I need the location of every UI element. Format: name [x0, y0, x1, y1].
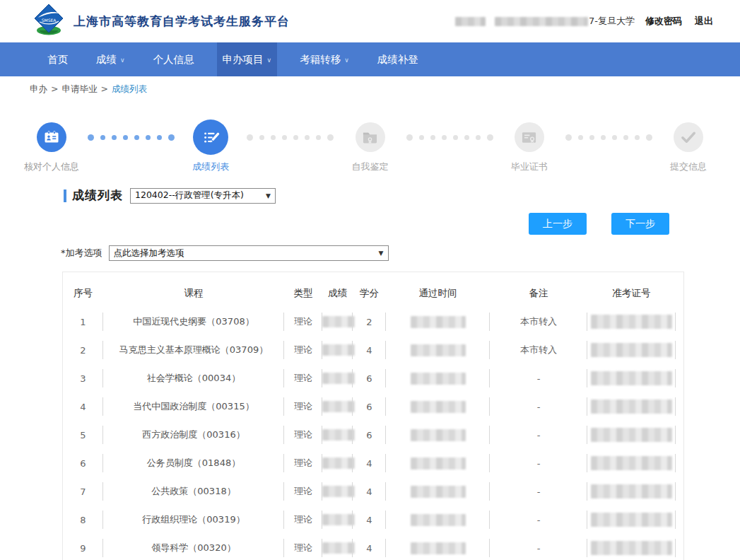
cell-credit: 6 — [353, 430, 386, 441]
redacted-score — [322, 316, 355, 327]
redacted-user-id — [495, 17, 588, 26]
logout-link[interactable]: 退出 — [695, 15, 713, 28]
prev-step-button[interactable]: 上一步 — [529, 213, 587, 235]
wizard-step-label: 提交信息 — [660, 161, 717, 173]
nav-item-label: 成绩补登 — [377, 53, 418, 66]
nav-item-label: 首页 — [47, 53, 68, 66]
extra-exam-option-select[interactable]: 点此选择加考选项 ▼ — [109, 245, 389, 261]
cell-score — [322, 316, 353, 327]
notepad-pencil-icon — [193, 119, 228, 155]
wizard-step-score-list: 成绩列表 — [180, 119, 241, 173]
progress-dot — [316, 135, 321, 140]
cell-no: 7 — [63, 486, 103, 497]
redacted-pass_time — [411, 344, 466, 356]
redacted-score — [322, 429, 355, 441]
cell-no: 4 — [63, 402, 103, 412]
chevron-down-icon: ∨ — [267, 57, 272, 64]
nav-item-personal-info[interactable]: 个人信息 — [148, 42, 200, 76]
cell-score — [322, 344, 353, 356]
breadcrumb-item[interactable]: 申办 — [30, 83, 47, 94]
cell-pass_time — [386, 486, 490, 498]
score-table-header: 序号课程类型成绩学分通过时间备注准考证号 — [63, 279, 683, 308]
breadcrumb-item[interactable]: 申请毕业 — [61, 83, 97, 94]
extra-exam-option-value: 点此选择加考选项 — [114, 247, 184, 259]
next-step-button[interactable]: 下一步 — [611, 213, 669, 235]
change-password-link[interactable]: 修改密码 — [645, 15, 682, 28]
wizard-step-label: 核对个人信息 — [23, 161, 80, 173]
chevron-down-icon: ∨ — [344, 57, 349, 64]
table-row: 9领导科学（00320）理论4- — [63, 534, 683, 560]
cell-score — [322, 514, 353, 525]
nav-item-application-items[interactable]: 申办项目∨ — [217, 42, 278, 76]
column-header-ticket_no: 准考证号 — [587, 287, 676, 300]
breadcrumb-separator: > — [51, 83, 58, 94]
wizard-step-circle — [515, 119, 544, 155]
progress-dot — [487, 134, 493, 141]
dropdown-arrow-icon: ▼ — [379, 250, 384, 257]
redacted-ticket_no — [591, 371, 672, 385]
cell-pass_time — [386, 373, 490, 385]
redacted-pass_time — [411, 542, 466, 554]
progress-dot — [157, 135, 162, 140]
column-header-credit: 学分 — [353, 287, 386, 300]
cell-type: 理论 — [284, 344, 322, 356]
cell-ticket_no — [587, 513, 676, 527]
progress-dot — [146, 135, 151, 140]
wizard-progress-dots — [241, 119, 339, 141]
progress-dot — [589, 135, 594, 140]
cell-remark: - — [490, 402, 587, 412]
cell-remark: - — [490, 430, 587, 441]
cell-credit: 4 — [353, 543, 386, 554]
table-row: 6公务员制度（01848）理论4- — [63, 449, 683, 477]
redacted-ticket_no — [591, 456, 672, 470]
redacted-score — [322, 373, 355, 384]
accent-bar — [64, 189, 66, 202]
nav-item-score-makeup[interactable]: 成绩补登 — [372, 42, 424, 76]
progress-dot — [464, 135, 469, 140]
progress-dot — [635, 135, 640, 140]
cell-pass_time — [386, 457, 490, 469]
table-row: 5西方政治制度（00316）理论6- — [63, 421, 683, 449]
nav-item-registry-transfer[interactable]: 考籍转移∨ — [294, 42, 355, 76]
score-list-heading: 成绩列表 — [72, 187, 123, 204]
wizard-steps: 核对个人信息成绩列表自我鉴定毕业证书提交信息 — [21, 119, 719, 180]
cell-course: 当代中国政治制度（00315） — [103, 400, 284, 413]
nav-item-scores[interactable]: 成绩∨ — [90, 42, 131, 76]
cell-no: 2 — [63, 345, 103, 356]
redacted-score — [322, 457, 355, 469]
cell-remark: 本市转入 — [490, 315, 587, 328]
wizard-step-verify-info: 核对个人信息 — [21, 119, 82, 173]
progress-dot — [88, 134, 94, 141]
table-row: 1中国近现代史纲要（03708）理论2本市转入 — [63, 308, 683, 336]
cell-course: 行政组织理论（00319） — [103, 513, 284, 526]
progress-dot — [247, 134, 253, 141]
column-header-no: 序号 — [63, 287, 103, 300]
wizard-step-circle — [37, 119, 66, 155]
redacted-pass_time — [411, 486, 466, 498]
cell-type: 理论 — [284, 513, 322, 526]
cell-score — [322, 373, 353, 384]
major-select-value: 120402--行政管理(专升本) — [135, 189, 244, 202]
nav-item-home[interactable]: 首页 — [42, 42, 74, 76]
cell-type: 理论 — [284, 400, 322, 413]
progress-dot — [578, 135, 583, 140]
cell-score — [322, 486, 353, 497]
column-header-score: 成绩 — [322, 287, 353, 300]
cell-remark: - — [490, 543, 587, 554]
cell-no: 8 — [63, 515, 103, 525]
cell-course: 社会学概论（00034） — [103, 372, 284, 385]
cell-pass_time — [386, 316, 490, 328]
progress-dot — [442, 135, 447, 140]
cell-remark: - — [490, 373, 587, 384]
cell-type: 理论 — [284, 542, 322, 554]
cell-credit: 4 — [353, 458, 386, 469]
major-select[interactable]: 120402--行政管理(专升本) ▼ — [130, 188, 276, 204]
nav-item-label: 成绩 — [96, 53, 117, 66]
wizard-step-circle — [356, 119, 385, 155]
page: SMSEA 上海市高等教育自学考试考生服务平台 7-复旦大学 修改密码 退出 首… — [0, 0, 740, 560]
dropdown-arrow-icon: ▼ — [266, 192, 271, 199]
progress-dot — [293, 135, 298, 140]
redacted-score — [322, 514, 355, 525]
folder-seal-icon — [356, 122, 385, 152]
nav-item-label: 申办项目 — [223, 53, 264, 66]
